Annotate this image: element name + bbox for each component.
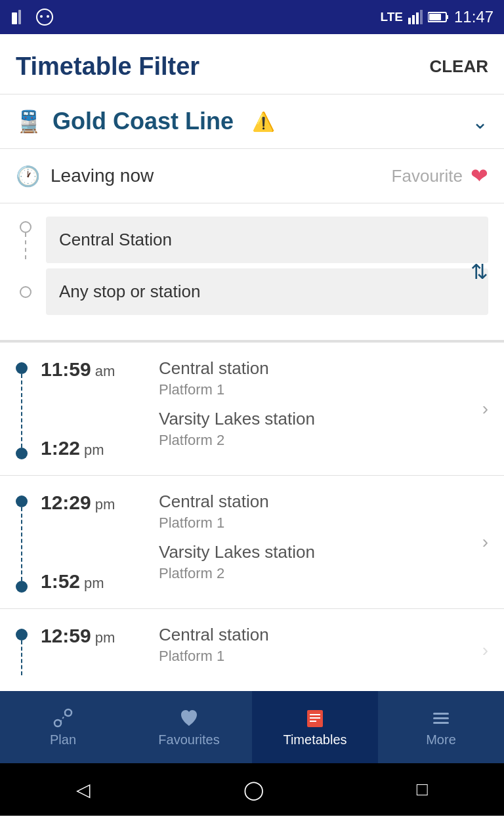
android-icon <box>35 8 54 26</box>
lte-label: LTE <box>380 10 402 24</box>
timetable-list: 11:59 am 1:22 pm Central station Platfor… <box>0 343 504 691</box>
svg-rect-19 <box>433 713 449 715</box>
depart-platform: Platform 1 <box>159 514 474 532</box>
swap-arrows-icon: ⇅ <box>471 259 488 284</box>
svg-rect-5 <box>408 18 411 24</box>
svg-rect-8 <box>420 10 423 24</box>
svg-point-2 <box>37 9 52 25</box>
depart-time-row: 11:59 am <box>41 358 146 381</box>
to-station-row: Any stop or station <box>16 268 488 315</box>
trip-times: 12:29 pm 1:52 pm <box>41 492 146 593</box>
line-selector[interactable]: 🚆 Gold Coast Line ⚠️ ⌄ <box>0 94 504 149</box>
to-dot <box>20 286 32 298</box>
line-left: 🚆 Gold Coast Line ⚠️ <box>16 108 275 135</box>
back-button[interactable]: ◁ <box>76 779 91 801</box>
trip-item[interactable]: 11:59 am 1:22 pm Central station Platfor… <box>0 343 504 476</box>
trip-times: 12:59 pm <box>41 625 146 675</box>
arrive-time-row: 1:22 pm <box>41 437 146 459</box>
trip-detail-arrow[interactable]: › <box>474 358 488 459</box>
depart-dot <box>16 495 28 507</box>
time-display: 11:47 <box>454 8 494 26</box>
depart-time-row: 12:59 pm <box>41 625 146 647</box>
favourite-heart-icon[interactable]: ❤ <box>471 163 488 188</box>
line-name: Gold Coast Line <box>52 108 234 135</box>
trip-detail-arrow[interactable]: › <box>474 625 488 675</box>
swap-button[interactable]: ⇅ <box>471 259 488 284</box>
arrive-ampm: pm <box>84 575 104 592</box>
from-station-input[interactable]: Central Station <box>46 217 488 263</box>
depart-dot <box>16 362 28 374</box>
nav-plan-label: Plan <box>50 732 76 747</box>
bottom-nav: Plan Favourites Timetables More <box>0 691 504 763</box>
nav-item-more[interactable]: More <box>378 691 504 763</box>
train-icon: 🚆 <box>16 109 42 134</box>
arrive-station: Varsity Lakes station <box>159 409 474 429</box>
favourites-icon <box>178 707 200 728</box>
svg-rect-6 <box>412 15 415 24</box>
trip-times: 11:59 am 1:22 pm <box>41 358 146 459</box>
trip-stations: Central station Platform 1 <box>159 625 474 675</box>
station-inputs-section: Central Station Any stop or station ⇅ <box>0 203 504 343</box>
depart-time-row: 12:29 pm <box>41 492 146 514</box>
page-title: Timetable Filter <box>16 52 200 81</box>
arrive-dot <box>16 448 28 459</box>
svg-line-14 <box>60 714 66 722</box>
svg-rect-18 <box>310 721 316 722</box>
from-dot-container <box>16 221 35 259</box>
trip-timeline <box>16 492 28 593</box>
depart-ampm: pm <box>95 496 116 513</box>
plan-icon <box>52 707 74 728</box>
to-station-input[interactable]: Any stop or station <box>46 268 488 315</box>
favourite-row: Favourite ❤ <box>392 163 488 188</box>
svg-rect-11 <box>429 14 441 20</box>
clock-icon: 🕐 <box>16 165 40 188</box>
svg-rect-17 <box>310 717 320 719</box>
to-dot-container <box>16 286 35 298</box>
trip-timeline <box>16 625 28 675</box>
sim-icon <box>10 10 29 24</box>
status-bar: LTE 11:47 <box>0 0 504 34</box>
leaving-now-label: Leaving now <box>51 165 154 186</box>
favourite-label: Favourite <box>392 166 463 186</box>
svg-rect-10 <box>446 15 448 19</box>
trip-line <box>21 507 22 581</box>
trip-line <box>21 640 22 675</box>
time-left: 🕐 Leaving now <box>16 165 154 188</box>
header: Timetable Filter CLEAR <box>0 34 504 94</box>
arrive-time-row: 1:52 pm <box>41 570 146 593</box>
status-bar-right: LTE 11:47 <box>380 8 494 26</box>
from-station-row: Central Station <box>16 217 488 263</box>
warning-icon: ⚠️ <box>252 111 275 133</box>
nav-item-timetables[interactable]: Timetables <box>252 691 378 763</box>
trip-detail-arrow[interactable]: › <box>474 492 488 593</box>
svg-point-12 <box>54 720 61 726</box>
depart-platform: Platform 1 <box>159 648 474 665</box>
trip-timeline <box>16 358 28 459</box>
trip-stations: Central station Platform 1 Varsity Lakes… <box>159 492 474 593</box>
arrive-platform: Platform 2 <box>159 432 474 449</box>
depart-time: 11:59 <box>41 358 91 381</box>
nav-item-favourites[interactable]: Favourites <box>126 691 252 763</box>
clear-button[interactable]: CLEAR <box>429 56 488 77</box>
home-button[interactable]: ◯ <box>243 779 264 801</box>
depart-dot <box>16 629 28 640</box>
android-nav-bar: ◁ ◯ □ <box>0 763 504 816</box>
recents-button[interactable]: □ <box>417 779 428 800</box>
arrive-platform: Platform 2 <box>159 565 474 582</box>
trip-item[interactable]: 12:59 pm Central station Platform 1 › <box>0 609 504 691</box>
from-dot <box>20 221 32 233</box>
svg-point-3 <box>40 15 43 18</box>
arrive-ampm: pm <box>84 442 104 459</box>
depart-platform: Platform 1 <box>159 381 474 398</box>
svg-rect-1 <box>18 10 21 24</box>
svg-point-13 <box>65 709 72 716</box>
trip-item[interactable]: 12:29 pm 1:52 pm Central station Platfor… <box>0 476 504 609</box>
signal-icon <box>408 10 423 24</box>
svg-rect-7 <box>416 12 419 24</box>
trip-line <box>21 374 22 448</box>
trip-stations: Central station Platform 1 Varsity Lakes… <box>159 358 474 459</box>
svg-rect-0 <box>12 12 17 24</box>
route-line <box>25 233 26 259</box>
chevron-down-icon[interactable]: ⌄ <box>472 110 488 133</box>
nav-item-plan[interactable]: Plan <box>0 691 126 763</box>
